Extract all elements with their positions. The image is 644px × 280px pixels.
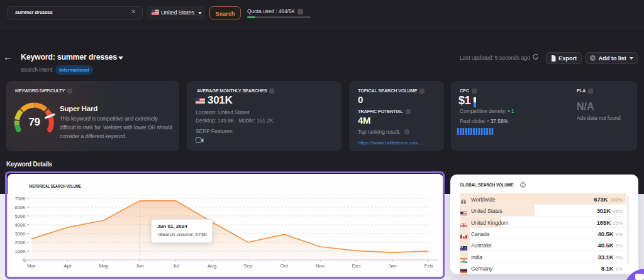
svg-text:Jan: Jan (389, 263, 397, 269)
svg-text:Aug: Aug (208, 263, 216, 269)
svg-text:Oct: Oct (280, 263, 289, 269)
svg-text:Feb: Feb (425, 263, 433, 269)
svg-text:Dec: Dec (352, 263, 360, 269)
svg-text:May: May (99, 263, 108, 269)
svg-text:Mar: Mar (27, 263, 36, 269)
svg-text:200K: 200K (14, 240, 26, 245)
svg-text:400K: 400K (14, 222, 26, 228)
svg-text:Sep: Sep (243, 263, 253, 269)
svg-text:Jul: Jul (172, 263, 179, 269)
svg-text:500K: 500K (14, 213, 26, 219)
svg-text:Apr: Apr (64, 263, 72, 269)
svg-text:100K: 100K (14, 249, 26, 254)
svg-text:0: 0 (23, 257, 26, 263)
svg-text:700K: 700K (14, 196, 26, 202)
svg-text:Jun: Jun (136, 263, 144, 269)
svg-text:Nov: Nov (316, 263, 325, 269)
svg-text:600K: 600K (14, 205, 26, 210)
svg-text:300K: 300K (14, 231, 26, 237)
